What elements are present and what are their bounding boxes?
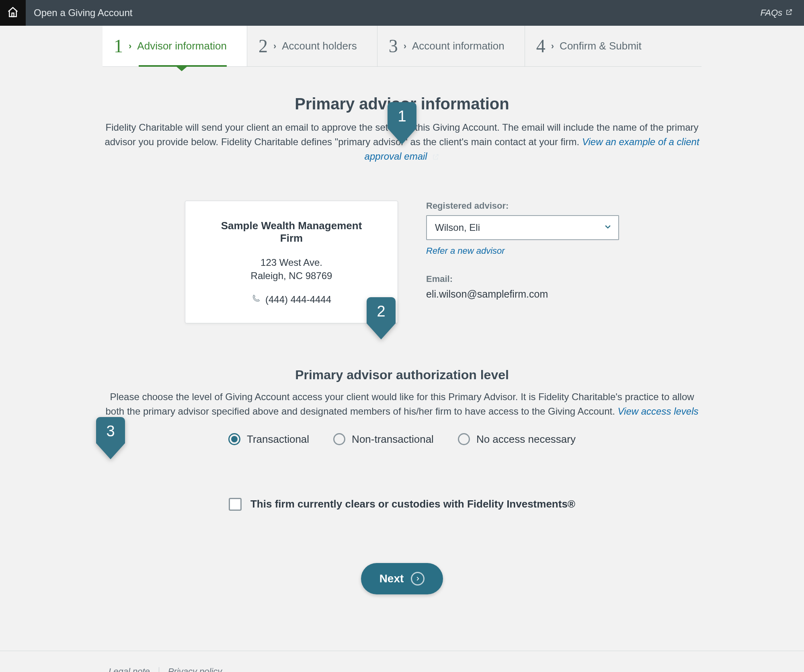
legal-note-link[interactable]: Legal note xyxy=(109,666,150,672)
refer-new-advisor-link[interactable]: Refer a new advisor xyxy=(426,246,505,256)
radio-non-transactional[interactable]: Non-transactional xyxy=(333,433,434,446)
svg-rect-0 xyxy=(12,13,14,16)
email-label: Email: xyxy=(426,274,619,284)
next-button[interactable]: Next xyxy=(361,563,443,594)
radio-icon xyxy=(333,433,345,445)
faqs-link[interactable]: FAQs xyxy=(760,8,793,18)
firm-address-line2: Raleigh, NC 98769 xyxy=(209,269,373,283)
firm-address-line1: 123 West Ave. xyxy=(209,256,373,269)
custody-checkbox[interactable] xyxy=(229,498,242,511)
radio-icon xyxy=(458,433,470,445)
step-account-information[interactable]: 3 › Account information xyxy=(377,26,525,66)
chevron-right-icon: › xyxy=(273,41,276,51)
section-heading-auth-level: Primary advisor authorization level xyxy=(103,368,701,382)
chevron-right-icon: › xyxy=(129,41,131,51)
registered-advisor-select[interactable]: Wilson, Eli xyxy=(426,215,619,240)
chevron-right-icon: › xyxy=(404,41,406,51)
phone-icon xyxy=(252,294,260,305)
home-button[interactable] xyxy=(0,0,26,26)
external-link-icon xyxy=(786,8,793,18)
firm-card: Sample Wealth Management Firm 123 West A… xyxy=(185,201,398,323)
step-nav: 1 › Advisor information 2 › Account hold… xyxy=(0,26,804,67)
step-confirm-submit[interactable]: 4 › Confirm & Submit xyxy=(525,26,662,66)
custody-checkbox-label: This firm currently clears or custodies … xyxy=(250,498,575,510)
top-bar: Open a Giving Account FAQs xyxy=(0,0,804,26)
advisor-info-lead: Fidelity Charitable will send your clien… xyxy=(103,120,701,164)
footer: Legal note Privacy policy © 1998–[curren… xyxy=(0,651,804,672)
firm-phone: (444) 444-4444 xyxy=(265,294,331,305)
annotation-pointer-3: 3 xyxy=(96,417,125,459)
privacy-policy-link[interactable]: Privacy policy xyxy=(168,666,222,672)
divider xyxy=(159,667,159,672)
radio-no-access[interactable]: No access necessary xyxy=(458,433,576,446)
chevron-right-circle-icon xyxy=(411,572,425,586)
radio-transactional[interactable]: Transactional xyxy=(228,433,309,446)
registered-advisor-label: Registered advisor: xyxy=(426,201,619,211)
page-title: Open a Giving Account xyxy=(34,7,132,18)
firm-name: Sample Wealth Management Firm xyxy=(209,220,373,245)
step-advisor-information[interactable]: 1 › Advisor information xyxy=(103,26,247,66)
chevron-right-icon: › xyxy=(551,41,554,51)
radio-icon xyxy=(228,433,240,445)
email-value: eli.wilson@samplefirm.com xyxy=(426,288,619,300)
chevron-down-icon xyxy=(604,222,612,232)
section-heading-advisor-info: Primary advisor information xyxy=(103,95,701,113)
step-account-holders[interactable]: 2 › Account holders xyxy=(247,26,377,66)
home-icon xyxy=(7,6,19,20)
view-access-levels-link[interactable]: View access levels xyxy=(618,406,699,417)
external-link-icon xyxy=(432,150,439,164)
auth-level-lead: Please choose the level of Giving Accoun… xyxy=(103,390,701,419)
